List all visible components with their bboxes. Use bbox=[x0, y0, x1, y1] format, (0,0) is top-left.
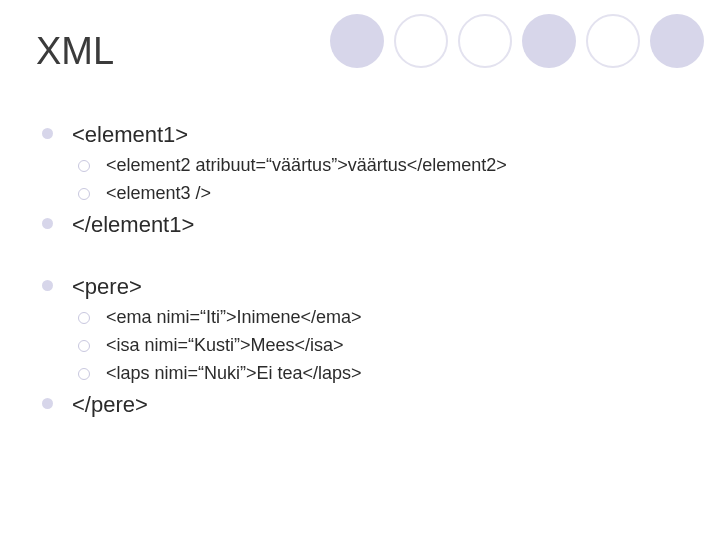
code-text: <element2 atribuut=“väärtus”>väärtus</el… bbox=[106, 155, 507, 175]
list-item: </pere> bbox=[42, 388, 507, 422]
circle-icon bbox=[394, 14, 448, 68]
list-item: <element2 atribuut=“väärtus”>väärtus</el… bbox=[78, 152, 507, 180]
list-item: <isa nimi=“Kusti”>Mees</isa> bbox=[78, 332, 507, 360]
circle-icon bbox=[586, 14, 640, 68]
list-item: <laps nimi=“Nuki”>Ei tea</laps> bbox=[78, 360, 507, 388]
code-text: <ema nimi=“Iti”>Inimene</ema> bbox=[106, 307, 362, 327]
list-item: <ema nimi=“Iti”>Inimene</ema> bbox=[78, 304, 507, 332]
slide-content: <element1> <element2 atribuut=“väärtus”>… bbox=[42, 118, 507, 422]
circle-icon bbox=[458, 14, 512, 68]
list-item: <pere> <ema nimi=“Iti”>Inimene</ema> <is… bbox=[42, 270, 507, 388]
code-text: <laps nimi=“Nuki”>Ei tea</laps> bbox=[106, 363, 362, 383]
code-text: <pere> bbox=[72, 274, 142, 299]
list-item: </element1> bbox=[42, 208, 507, 242]
list-item: <element3 /> bbox=[78, 180, 507, 208]
slide-title: XML bbox=[36, 30, 114, 73]
circle-icon bbox=[330, 14, 384, 68]
code-text: </pere> bbox=[72, 392, 148, 417]
list-item: <element1> <element2 atribuut=“väärtus”>… bbox=[42, 118, 507, 208]
decorative-circles bbox=[330, 14, 704, 68]
code-text: <element3 /> bbox=[106, 183, 211, 203]
circle-icon bbox=[650, 14, 704, 68]
code-text: </element1> bbox=[72, 212, 194, 237]
code-text: <element1> bbox=[72, 122, 188, 147]
code-text: <isa nimi=“Kusti”>Mees</isa> bbox=[106, 335, 344, 355]
circle-icon bbox=[522, 14, 576, 68]
